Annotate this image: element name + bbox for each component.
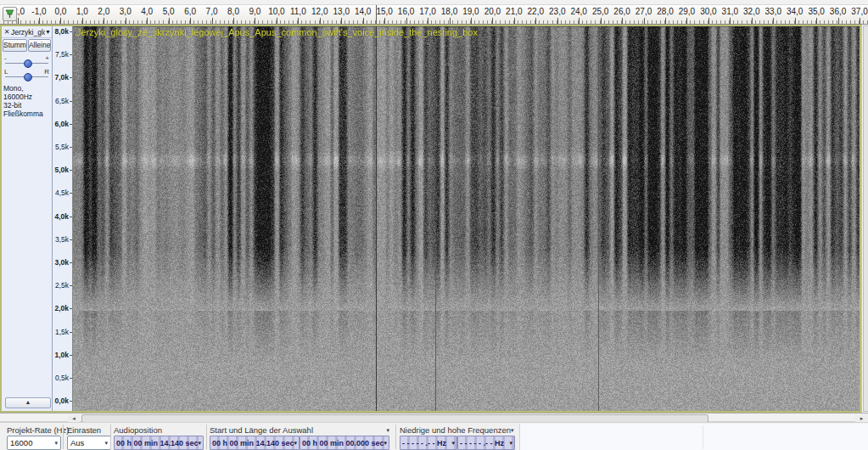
timeline-tick-label: 23,0 [549, 7, 565, 16]
chevron-down-icon: ▾ [511, 427, 514, 434]
frequencies-mode-dropdown[interactable]: Niedrige und hohe Frequenzen ▾ [400, 425, 512, 435]
pan-slider-thumb[interactable] [24, 73, 32, 82]
horizontal-scrollbar[interactable]: ◂ ▸ [0, 413, 868, 422]
timeline-major-tick [708, 18, 709, 24]
gain-slider[interactable]: - + [4, 54, 49, 67]
track-menu-chevron-icon[interactable]: ▼ [45, 29, 51, 35]
project-rate-combobox[interactable]: 16000 ▾ [7, 436, 61, 450]
toolbar-separator [63, 425, 64, 449]
timeline-tick-label: 21,0 [506, 7, 522, 16]
vertical-scrollbar-thumb[interactable] [863, 25, 868, 412]
selection-length-field[interactable]: 00 h 00 min 00.000 sec ▾ [300, 436, 389, 450]
timeline-tick-label: 32,0 [743, 7, 759, 16]
toolbar-separator [395, 425, 396, 449]
frequency-tick-label: 5,5k [55, 143, 69, 151]
timeline-tick-label: 12,0 [311, 7, 328, 16]
timeline-major-tick [60, 18, 61, 24]
track-close-icon[interactable]: ✕ [3, 27, 11, 37]
timeline-tick-label: 27,0 [636, 7, 652, 16]
frequency-tick [70, 170, 72, 171]
scroll-right-arrow-icon[interactable]: ▸ [855, 414, 868, 422]
project-rate-value: 16000 [10, 438, 32, 447]
audio-position-field[interactable]: 00 h 00 min 14.140 sec ▾ [114, 436, 204, 450]
timeline-major-tick [169, 18, 170, 24]
timeline-tick-label: 37,0 [851, 7, 867, 16]
snap-combobox[interactable]: Aus ▾ [67, 436, 111, 450]
timeline-major-tick [816, 18, 817, 24]
frequency-tick-label: 2,5k [55, 281, 69, 290]
frequency-tick-label: 5,0k [54, 166, 69, 174]
timeline-tick-label: 33,0 [765, 7, 781, 16]
frequency-tick-label: 3,0k [54, 258, 69, 267]
timeline-major-tick [601, 18, 602, 24]
frequency-tick [70, 332, 72, 333]
timeline-tick-label: 22,0 [528, 7, 544, 16]
frequency-tick-label: 6,5k [55, 97, 69, 105]
solo-button[interactable]: Alleine [28, 39, 52, 52]
frequency-tick [70, 239, 72, 240]
audio-position-section: Audioposition 00 h 00 min 14.140 sec ▾ [114, 423, 203, 450]
timeline-tick-label: 25,0 [592, 7, 608, 16]
timeline-major-tick [665, 18, 666, 24]
timeline-major-tick [579, 18, 580, 24]
scroll-left-arrow-icon[interactable]: ◂ [68, 414, 80, 422]
chevron-down-icon: ▾ [104, 440, 108, 447]
frequencies-label: Niedrige und hohe Frequenzen [400, 425, 511, 435]
vertical-scrollbar[interactable] [861, 25, 868, 413]
timeline-tick-label: 1,0 [76, 7, 88, 16]
timeline-major-tick [752, 18, 753, 24]
audio-position-value: 00 h 00 min 14.140 sec [116, 439, 199, 447]
frequency-ruler[interactable]: 8,0k7,5k7,0k6,5k6,0k5,5k5,0k4,5k4,0k3,5k… [53, 26, 73, 411]
timeline-major-tick [277, 18, 277, 24]
chevron-down-icon: ▾ [386, 427, 389, 434]
frequency-tick-label: 7,5k [55, 50, 69, 59]
gain-slider-thumb[interactable] [24, 59, 32, 68]
frequency-tick [70, 54, 72, 55]
timeline-major-tick [492, 18, 493, 24]
timeline-tick-label: 4,0 [141, 7, 153, 16]
audio-position-label: Audioposition [114, 425, 162, 435]
frequency-tick [70, 193, 72, 194]
timeline-major-tick [298, 18, 299, 24]
mute-solo-row: Stumm Alleine [2, 38, 52, 53]
timeline-ruler[interactable]: -2,0-1,00,01,02,03,04,05,06,07,08,09,010… [0, 5, 868, 25]
frequency-tick-label: 2,0k [54, 304, 69, 312]
track-name[interactable]: Jerzyki_glos [11, 28, 45, 37]
timeline-major-tick [104, 18, 104, 24]
timeline-tick-label: 17,0 [419, 7, 435, 16]
spectrogram-canvas[interactable] [73, 26, 860, 411]
timeline-tick-label: 31,0 [722, 7, 738, 16]
toolbar-separator [703, 425, 703, 449]
selection-mode-dropdown[interactable]: Start und Länge der Auswahl ▾ [210, 425, 389, 435]
collapse-track-button[interactable]: ▲ [5, 397, 51, 408]
snap-label: Einrasten [67, 425, 101, 435]
selection-length-value: 00 h 00 min 00.000 sec [302, 439, 384, 447]
high-frequency-field[interactable]: - - - - - .- - Hz ▾ [457, 436, 515, 450]
chevron-down-icon: ▾ [509, 440, 512, 447]
timeline-major-tick [18, 18, 19, 24]
toolbar-separator [206, 425, 207, 449]
frequency-tick [70, 262, 72, 263]
timeline-tick-label: 24,0 [570, 7, 586, 16]
timeline-tick-label: 10,0 [268, 7, 284, 16]
timeline-tick-label: 0,0 [54, 7, 66, 16]
gain-min-label: - [4, 54, 7, 62]
frequency-tick [70, 147, 72, 148]
chevron-down-icon: ▾ [199, 440, 202, 447]
frequency-tick-label: 1,5k [55, 328, 69, 336]
timeline-tick-label: 29,0 [679, 7, 695, 16]
pan-slider[interactable]: L R [4, 68, 49, 81]
mute-button[interactable]: Stumm [3, 39, 27, 52]
timeline-major-tick [860, 18, 860, 24]
pin-playhead-button[interactable] [3, 7, 17, 21]
timeline-tick-label: 34,0 [787, 7, 803, 16]
frequency-tick [70, 217, 72, 217]
timeline-tick-label: 28,0 [657, 7, 673, 16]
timeline-major-tick [82, 18, 83, 24]
low-frequency-field[interactable]: - - - - - .- - Hz ▾ [400, 436, 457, 450]
timeline-tick-label: 36,0 [830, 7, 846, 16]
selection-start-field[interactable]: 00 h 00 min 14.140 sec ▾ [210, 436, 300, 450]
timeline-major-tick [147, 18, 148, 24]
timeline-major-tick [428, 18, 428, 24]
timeline-tick-label: 20,0 [484, 7, 501, 16]
